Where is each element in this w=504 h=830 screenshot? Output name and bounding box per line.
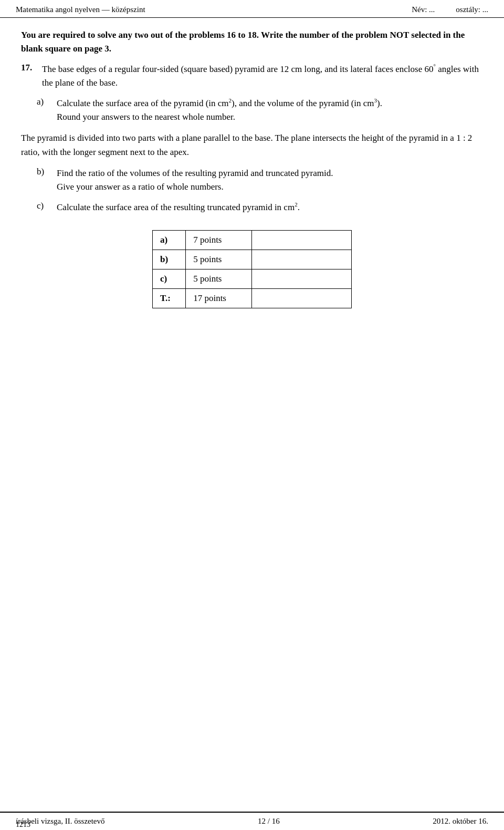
header-subject: Matematika angol nyelven — középszint (16, 5, 145, 14)
scoring-table-wrapper: a) 7 points b) 5 points c) 5 points (21, 230, 483, 308)
score-points-a: 7 points (186, 231, 252, 250)
score-label-b: b) (153, 250, 186, 269)
problem-description: The base edges of a regular four-sided (… (42, 63, 483, 90)
score-points-c: 5 points (186, 269, 252, 289)
header-fields: Név: ... osztály: ... (412, 5, 488, 14)
subpart-a: a) Calculate the surface area of the pyr… (37, 97, 483, 124)
subpart-b: b) Find the ratio of the volumes of the … (37, 167, 483, 194)
footer-date: 2012. október 16. (433, 817, 488, 826)
score-label-total: T.: (153, 289, 186, 308)
table-row: a) 7 points (153, 231, 352, 250)
subpart-c-label: c) (37, 201, 51, 211)
dividing-paragraph: The pyramid is divided into two parts wi… (21, 131, 483, 159)
score-value-c (252, 269, 352, 289)
problem-header: 17. The base edges of a regular four-sid… (21, 63, 483, 90)
subject-label: Matematika angol nyelven — középszint (16, 5, 145, 14)
table-row: b) 5 points (153, 250, 352, 269)
score-label-a: a) (153, 231, 186, 250)
subpart-a-text: Calculate the surface area of the pyrami… (57, 97, 382, 124)
class-label: osztály: ... (456, 5, 488, 14)
subpart-b-label: b) (37, 167, 51, 177)
table-row: T.: 17 points (153, 289, 352, 308)
name-label: Név: ... (412, 5, 435, 14)
problem-17: 17. The base edges of a regular four-sid… (21, 63, 483, 214)
score-value-b (252, 250, 352, 269)
problem-number: 17. (21, 63, 37, 73)
page-container: Matematika angol nyelven — középszint Né… (0, 0, 504, 830)
table-row: c) 5 points (153, 269, 352, 289)
subpart-b-text: Find the ratio of the volumes of the res… (57, 167, 333, 194)
footer-document-number: 1213 (16, 821, 30, 830)
score-value-total (252, 289, 352, 308)
subpart-c-text: Calculate the surface area of the result… (57, 201, 300, 214)
score-label-c: c) (153, 269, 186, 289)
subpart-c: c) Calculate the surface area of the res… (37, 201, 483, 214)
score-points-total: 17 points (186, 289, 252, 308)
scoring-table: a) 7 points b) 5 points c) 5 points (152, 230, 352, 308)
main-content: You are required to solve any two out of… (0, 18, 504, 319)
page-footer: írásbeli vizsga, II. összetevő 12 / 16 2… (0, 812, 504, 830)
score-points-b: 5 points (186, 250, 252, 269)
intro-instruction: You are required to solve any two out of… (21, 28, 483, 55)
score-value-a (252, 231, 352, 250)
subpart-a-label: a) (37, 97, 51, 107)
footer-page-number: 12 / 16 (258, 817, 280, 826)
page-header: Matematika angol nyelven — középszint Né… (0, 0, 504, 18)
